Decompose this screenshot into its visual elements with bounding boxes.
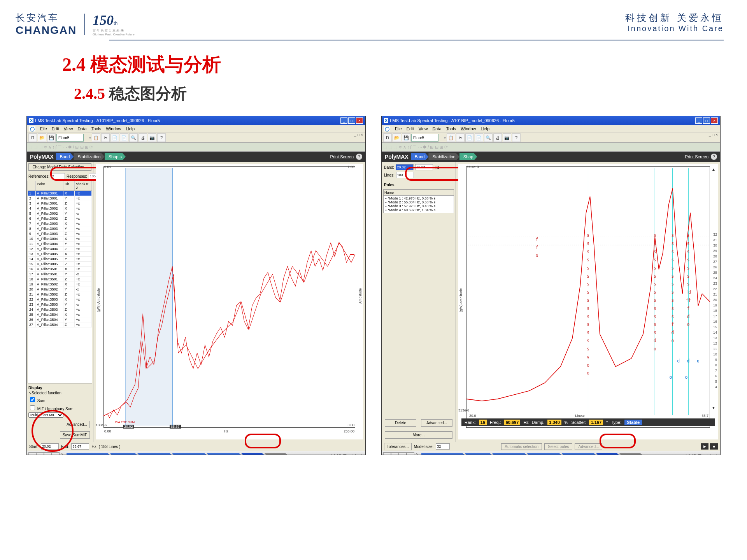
table-row[interactable]: 12A_Pillar:3004Z+x [28, 247, 92, 252]
table-row[interactable]: 26A_Pillar:3504Y+x [28, 317, 92, 322]
more-button[interactable]: More... [385, 431, 452, 439]
tb-cut-icon[interactable]: ✂ [101, 133, 110, 142]
table-row[interactable]: 6A_Pillar:3002Z+x [28, 216, 92, 221]
save-icon[interactable]: 💾 [402, 133, 410, 142]
section-input[interactable] [411, 134, 438, 142]
points-table[interactable]: Point Dir shank tr Z 1A_Pillar:3001X+x2A… [28, 181, 92, 383]
table-row[interactable]: 14A_Pillar:3005Y+x [28, 257, 92, 262]
menu-data[interactable]: Data [77, 126, 86, 131]
help-icon[interactable]: ? [356, 154, 362, 160]
tb-print-icon[interactable]: 🖨 [139, 133, 147, 142]
new-icon[interactable]: 🗋 [28, 133, 37, 142]
tab-modal-data-selection[interactable]: Modal Data Selection [421, 453, 466, 455]
tab-stabilization[interactable]: Stabilization [74, 153, 104, 160]
tab-shapes[interactable]: Shap s [105, 153, 126, 160]
band-end-input[interactable] [415, 164, 433, 170]
tb-cut-icon[interactable]: ✂ [456, 133, 465, 142]
lines-input[interactable] [396, 172, 414, 178]
end-input[interactable] [71, 443, 89, 450]
tab-modal-validation[interactable]: Modal Validation [172, 453, 208, 455]
menu-view[interactable]: View [419, 126, 428, 131]
tab-stabilization[interactable]: Stabilization [428, 153, 459, 160]
frf-chart[interactable]: 0.01 1.00 130e-6 0.00 0.00 256.00 Hz (g/… [96, 164, 363, 439]
maximize-button[interactable]: □ [703, 117, 710, 124]
menu-bar[interactable]: ◯ File Edit View Data Tools Window Help [382, 125, 720, 133]
table-row[interactable]: 7A_Pillar:3003X+x [28, 221, 92, 226]
table-body[interactable]: 1A_Pillar:3001X+x2A_Pillar:3001Y+x3A_Pil… [28, 191, 92, 327]
tab-time-mdof[interactable]: Time MDOF [465, 453, 493, 455]
menu-help[interactable]: Help [480, 126, 489, 131]
table-row[interactable]: 20A_Pillar:3502Y-x [28, 287, 92, 292]
section-input[interactable] [56, 134, 84, 142]
mdi-buttons[interactable]: _ □ × [354, 133, 363, 137]
minimize-button[interactable]: _ [695, 117, 702, 124]
table-row[interactable]: 16A_Pillar:3501X+x [28, 267, 92, 272]
tab-polymax[interactable]: PolyMAX [241, 453, 266, 455]
open-icon[interactable]: 📂 [38, 133, 46, 142]
advanced-button[interactable]: Advanced... [64, 421, 90, 428]
tab-polymax[interactable]: PolyMAX [596, 453, 621, 455]
help-icon[interactable]: ? [711, 154, 717, 160]
menu-tools[interactable]: Tools [91, 126, 102, 131]
close-button[interactable]: × [356, 117, 363, 124]
table-row[interactable]: 21A_Pillar:3502Z+x [28, 292, 92, 297]
tab-time-mdof[interactable]: Time MDOF [110, 453, 139, 455]
tb-preview-icon[interactable]: 🔍 [484, 133, 493, 142]
mode-row[interactable]: ↔*Mode 3 : 57.973 Hz, 0.43 % s [384, 204, 453, 208]
table-row[interactable]: 9A_Pillar:3003Z+x [28, 231, 92, 236]
menu-view[interactable]: View [64, 126, 73, 131]
open-icon[interactable]: 📂 [393, 133, 401, 142]
table-row[interactable]: 24A_Pillar:3503Z+x [28, 307, 92, 312]
table-row[interactable]: 18A_Pillar:3501Z+x [28, 277, 92, 282]
down-arrow-icon[interactable]: ▼ [712, 406, 715, 410]
table-row[interactable]: 8A_Pillar:3003Y+x [28, 226, 92, 231]
playback-buttons[interactable]: ▶■ [701, 443, 718, 450]
table-row[interactable]: 11A_Pillar:3004Y+x [28, 242, 92, 247]
save-icon[interactable]: 💾 [47, 133, 56, 142]
menu-window[interactable]: Window [106, 126, 121, 131]
tab-modal-synthesis[interactable]: Modal Synthesis [137, 453, 173, 455]
table-row[interactable]: 10A_Pillar:3004X+x [28, 236, 92, 242]
nav-buttons[interactable]: ⏮◀▶⏭ [383, 452, 414, 455]
menu-tools[interactable]: Tools [446, 126, 456, 131]
table-row[interactable]: 25A_Pillar:3504X+x [28, 312, 92, 317]
table-row[interactable]: 2A_Pillar:3001Y+x [28, 196, 92, 201]
menu-file[interactable]: File [40, 126, 47, 131]
tb-paste-icon[interactable]: 📋 [92, 133, 100, 142]
table-row[interactable]: 22A_Pillar:3503X+x [28, 297, 92, 302]
tb-preview-icon[interactable]: 🔍 [129, 133, 138, 142]
tb-copy2-icon[interactable]: 📄 [120, 133, 128, 142]
mdi-buttons[interactable]: _ □ × [709, 133, 718, 137]
band-start-input[interactable] [396, 164, 414, 170]
tb-help-icon[interactable]: ? [512, 133, 521, 142]
start-input[interactable] [41, 443, 59, 450]
mif-select[interactable]: Multivariant MIF [28, 412, 63, 418]
tab-modal-data-selection[interactable]: Modal Data Selection [67, 453, 111, 455]
tb-camera-icon[interactable]: 📷 [148, 133, 156, 142]
mif-checkbox[interactable]: MIF / Imaginary Sum [28, 404, 91, 411]
table-row[interactable]: 17A_Pillar:3501Y-x [28, 272, 92, 277]
close-button[interactable]: × [711, 117, 718, 124]
workflow-tabs[interactable]: ⏮◀▶⏭ 》 Modal Data Selection Time MDOF Mo… [382, 451, 720, 455]
table-row[interactable]: 3A_Pillar:3001Z+x [28, 201, 92, 206]
tb-help-icon[interactable]: ? [157, 133, 166, 142]
tab-band[interactable]: Band [411, 153, 429, 160]
mode-row[interactable]: ↔*Mode 2 : 55.004 Hz, 0.68 % s [384, 200, 453, 204]
menu-edit[interactable]: Edit [407, 126, 414, 131]
table-row[interactable]: 13A_Pillar:3005X+x [28, 252, 92, 257]
tab-shapes[interactable]: Shap [459, 153, 477, 160]
mode-row[interactable]: ↔*Mode 4 : 60.697 Hz, 1.34 % s [384, 208, 453, 212]
save-summif-button[interactable]: Save SumMIF [60, 431, 90, 439]
window-titlebar[interactable]: XLMS Test.Lab Spectral Testing - A101BIP… [382, 116, 720, 125]
select-poles-button[interactable]: Select poles [544, 443, 572, 450]
model-size-input[interactable] [436, 443, 450, 450]
tab-modal-validation[interactable]: Modal Validation [527, 453, 563, 455]
up-arrow-icon[interactable]: ▲ [712, 167, 715, 172]
tb-copy-icon[interactable]: 📄 [465, 133, 474, 142]
table-row[interactable]: 23A_Pillar:3503Y-x [28, 302, 92, 307]
references-input[interactable] [51, 173, 65, 179]
table-row[interactable]: 27A_Pillar:3504Z+x [28, 322, 92, 327]
tb-paste-icon[interactable]: 📋 [447, 133, 455, 142]
workflow-tabs[interactable]: ⏮◀▶⏭ 》 Modal Data Selection Time MDOF Mo… [27, 451, 365, 455]
advanced-button[interactable]: Advanced... [421, 419, 452, 427]
